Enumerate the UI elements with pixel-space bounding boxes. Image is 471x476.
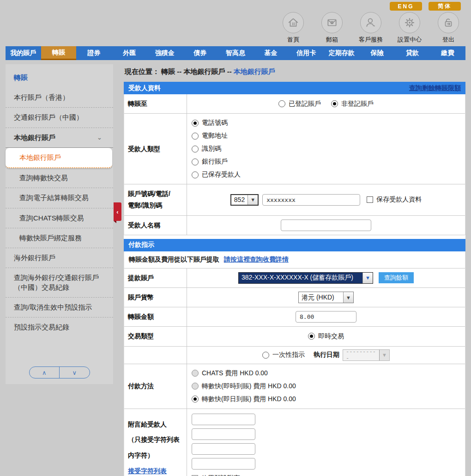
nav-tab-transfer[interactable]: 轉賬 <box>41 46 77 60</box>
email-address-radio[interactable] <box>192 133 199 140</box>
charlist-link[interactable]: 接受字符列表 <box>128 464 184 476</box>
execute-date-select[interactable]: ---------- ▼ <box>343 349 390 361</box>
fps-id-label: 識別碼 <box>202 145 221 153</box>
memo-input-3[interactable] <box>192 443 255 455</box>
sidebar-item-overseas-banks[interactable]: 海外銀行賬戶 <box>6 248 113 268</box>
memo-input-1[interactable] <box>192 414 255 425</box>
language-switcher: ENG 简体 <box>390 2 461 11</box>
memo-row: 附言給受款人 （只接受字符列表内字符） 接受字符列表 使用預設附言 <box>124 409 465 476</box>
payment-method-label: 付款方法 <box>124 364 187 409</box>
nav-tab-time-deposit[interactable]: 定期存款 <box>324 46 359 60</box>
once-instruction-label-spacer <box>124 347 187 364</box>
sidebar-item-standing-instruction-enquiry[interactable]: 查詢/取消生效中預設指示 <box>6 298 113 317</box>
nav-tab-insurance[interactable]: 保險 <box>359 46 395 60</box>
sidebar-title: 轉賬 <box>6 71 113 88</box>
nav-tab-my-accounts[interactable]: 我的賬戶 <box>6 46 41 60</box>
account-number-row: 賬戶號碼/電話/ 電郵/識別碼 852 ▼ 保存受款人資料 <box>124 184 465 215</box>
customer-service-button[interactable]: 客戶服務 <box>356 12 385 44</box>
nav-tab-credit-card[interactable]: 信用卡 <box>289 46 324 60</box>
memo-input-2[interactable] <box>192 428 255 440</box>
home-button[interactable]: 首頁 <box>279 12 308 44</box>
sidebar-item-chats-enquiry[interactable]: 查詢CHATS轉賬交易 <box>6 208 113 228</box>
nav-tab-loans[interactable]: 貸款 <box>395 46 430 60</box>
immediate-txn-radio[interactable] <box>308 333 315 340</box>
amount-label: 轉賬金額 <box>124 307 187 326</box>
sidebar-collapse-button[interactable]: ‹ <box>114 202 121 221</box>
txn-type-row: 交易類型 即時交易 <box>124 327 465 346</box>
transfer-limit-link[interactable]: 查詢剩餘轉賬限額 <box>409 84 461 92</box>
area-code-select[interactable]: 852 ▼ <box>230 194 259 206</box>
currency-select[interactable]: 港元 (HKD) ▼ <box>298 292 354 303</box>
breadcrumb-current: 本地銀行賬戶 <box>234 67 275 75</box>
home-label: 首頁 <box>287 36 299 44</box>
payee-section-title: 受款人資料 <box>128 84 161 92</box>
payment-table: 轉賬金額及費用從以下賬戶提取 請按這裡查詢收費詳情 提款賬戶 382-XXX-X… <box>124 251 465 476</box>
sidebar-item-local-banks-current[interactable]: 本地銀行賬戶 <box>6 148 112 168</box>
sidebar-item-fps-binding[interactable]: 轉數快賬戶綁定服務 <box>6 228 113 248</box>
saved-payee-radio[interactable] <box>192 171 199 178</box>
amount-input[interactable] <box>296 311 356 323</box>
payee-table: 轉賬至 已登記賬戶 非登記賬戶 受款人類型 <box>124 94 465 235</box>
fps-sameday-radio[interactable] <box>192 396 199 403</box>
sidebar-item-local-banks[interactable]: 本地銀行賬戶 ⌄ <box>6 128 113 148</box>
nav-tab-mpf[interactable]: 強積金 <box>147 46 182 60</box>
nav-tab-smart-interest[interactable]: 智高息 <box>218 46 254 60</box>
customer-service-icon <box>360 12 381 33</box>
nav-tab-bill-payment[interactable]: 繳費 <box>430 46 465 60</box>
main-nav: 我的賬戶 轉賬 證券 外匯 強積金 債券 智高息 基金 信用卡 定期存款 保險 … <box>6 46 465 60</box>
preset-memo-label: 使用預設附言 <box>201 474 240 476</box>
execute-date-value: ---------- <box>343 350 379 360</box>
check-balance-button[interactable]: 查詢餘額 <box>379 272 414 283</box>
payee-section-header: 受款人資料 查詢剩餘轉賬限額 <box>124 82 465 94</box>
payee-name-input[interactable] <box>281 220 371 231</box>
save-payee-checkbox[interactable] <box>367 196 373 203</box>
pager-down-button[interactable]: ∨ <box>60 367 90 378</box>
fee-details-link[interactable]: 請按這裡查詢收費詳情 <box>224 256 289 264</box>
phone-number-input[interactable] <box>262 194 360 206</box>
amount-row: 轉賬金額 <box>124 307 465 327</box>
breadcrumb-prefix: 現在位置： <box>125 67 159 75</box>
nav-tab-bonds[interactable]: 債券 <box>182 46 218 60</box>
payee-type-row: 受款人類型 電話號碼 電郵地址 識別碼 <box>124 114 465 184</box>
registered-account-radio[interactable] <box>278 100 285 107</box>
chevron-down-icon: ▼ <box>379 350 389 360</box>
lang-eng-button[interactable]: ENG <box>390 2 422 11</box>
sidebar-item-standing-instruction-records[interactable]: 預設指示交易紀錄 <box>6 317 113 337</box>
nav-tab-securities[interactable]: 證券 <box>76 46 112 60</box>
email-address-label: 電郵地址 <box>202 132 228 140</box>
nav-tab-funds[interactable]: 基金 <box>253 46 289 60</box>
sidebar-item-fps-enquiry[interactable]: 查詢轉數快交易 <box>6 168 113 188</box>
nav-tab-forex[interactable]: 外匯 <box>112 46 147 60</box>
chats-radio[interactable] <box>192 370 199 377</box>
debit-account-select[interactable]: 382-XXX-X-XXXXXX-X (儲蓄存款賬戶) ▼ <box>238 272 373 284</box>
mail-icon <box>321 12 343 33</box>
sidebar-item-bocom-hk[interactable]: 本行賬戶（香港） <box>6 88 113 108</box>
sidebar-item-overseas-enquiry[interactable]: 查詢海外銀行/交通銀行賬戶（中國）交易紀錄 <box>6 268 113 298</box>
phone-number-radio[interactable] <box>192 120 199 127</box>
sidebar-item-ecg-transfer-enquiry[interactable]: 查詢電子結算轉賬交易 <box>6 188 113 208</box>
debit-account-label: 提款賬戶 <box>124 269 187 287</box>
once-instruction-radio[interactable] <box>262 352 269 359</box>
unregistered-account-radio[interactable] <box>331 100 338 107</box>
settings-button[interactable]: 設置中心 <box>395 12 424 44</box>
bank-account-radio[interactable] <box>192 159 199 165</box>
payee-name-row: 受款人名稱 <box>124 216 465 235</box>
execute-date-label: 執行日期 <box>314 351 339 359</box>
pager-up-button[interactable]: ∧ <box>30 367 60 378</box>
debit-account-value: 382-XXX-X-XXXXXX-X (儲蓄存款賬戶) <box>239 273 362 283</box>
breadcrumb-path: 轉賬 -- 本地銀行賬戶 -- <box>161 67 231 75</box>
registered-account-label: 已登記賬戶 <box>289 100 321 108</box>
debit-note: 轉賬金額及費用從以下賬戶提取 <box>129 256 219 264</box>
top-header: ENG 简体 首頁 郵箱 客戶服務 設置中心 <box>0 0 471 46</box>
fps-id-radio[interactable] <box>192 146 199 153</box>
fps-instant-radio[interactable] <box>192 383 199 390</box>
logout-button[interactable]: 登出 <box>434 12 463 44</box>
mailbox-button[interactable]: 郵箱 <box>318 12 346 44</box>
immediate-txn-label: 即時交易 <box>318 332 344 341</box>
logout-icon <box>438 12 459 33</box>
memo-input-4[interactable] <box>192 458 255 470</box>
save-payee-label: 保存受款人資料 <box>376 195 422 204</box>
lang-simplified-button[interactable]: 简体 <box>429 2 461 11</box>
fps-sameday-label: 轉數快(即日到賬) 費用 HKD 0.00 <box>202 395 296 403</box>
sidebar-item-bocom-china[interactable]: 交通銀行賬戶（中國） <box>6 108 113 128</box>
